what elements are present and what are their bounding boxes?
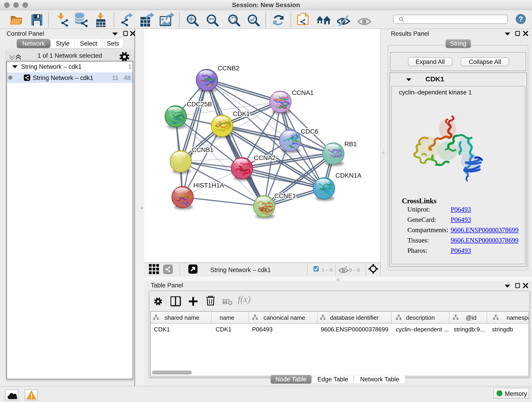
svg-text:CDC25B: CDC25B (187, 101, 212, 108)
svg-text:CDC6: CDC6 (301, 128, 318, 135)
svg-text:CCNB2: CCNB2 (218, 65, 239, 72)
svg-text:RB1: RB1 (344, 140, 357, 148)
svg-text:CDK1: CDK1 (233, 110, 250, 117)
svg-text:?: ? (519, 15, 523, 23)
svg-text:CCNA1: CCNA1 (292, 89, 314, 96)
svg-text:CCNB1: CCNB1 (192, 146, 214, 153)
svg-text:CCNE1: CCNE1 (274, 192, 296, 199)
svg-text:CCNA2: CCNA2 (254, 154, 276, 161)
svg-text:CDKN1A: CDKN1A (336, 172, 361, 179)
svg-text:HIST1H1A: HIST1H1A (193, 182, 224, 189)
